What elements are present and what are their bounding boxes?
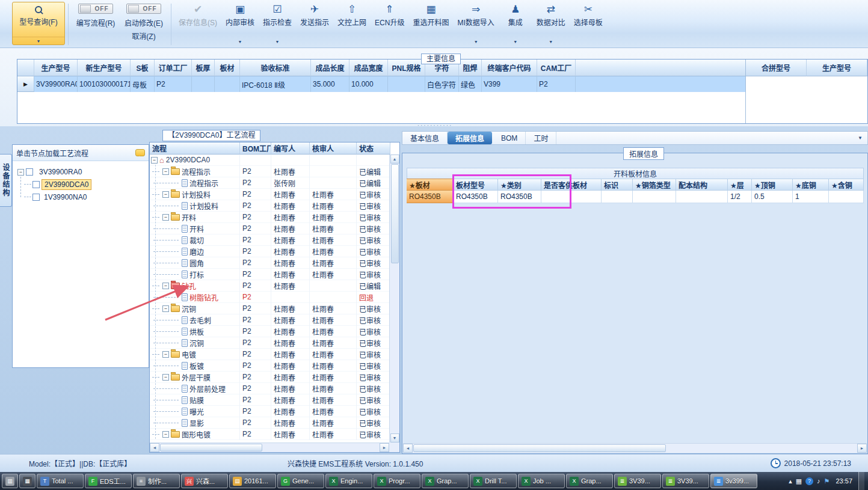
column-header-编写人[interactable]: 编写人	[271, 142, 310, 155]
cell-板材型号[interactable]: RO4350B	[454, 191, 498, 203]
column-header-★铜箔类型[interactable]: ★铜箔类型	[633, 179, 676, 191]
dropdown-arrow-icon[interactable]: ▼	[549, 40, 553, 44]
process-row-贴膜[interactable]: 贴膜P2杜雨春杜雨春已审核	[150, 394, 389, 406]
process-row-沉铜[interactable]: −沉铜P2杜雨春杜雨春已审核	[150, 303, 389, 314]
show-desktop-button[interactable]	[858, 472, 864, 490]
cell-是否客供板材[interactable]	[541, 191, 602, 203]
taskbar-button[interactable]: ▥	[2, 474, 18, 488]
process-row-钻孔[interactable]: −钻孔P2杜雨春已编辑	[150, 280, 389, 292]
cell-★顶铜[interactable]: 0.5	[752, 191, 793, 203]
taskbar-clock[interactable]: 23:57	[836, 477, 852, 485]
ribbon-button-MI数据导入[interactable]: ⇒MI数据导入▼	[453, 1, 498, 46]
column-header-PNL规格[interactable]: PNL规格	[388, 60, 425, 76]
expander-icon[interactable]: −	[162, 305, 169, 312]
process-row-烘板[interactable]: 烘板P2杜雨春杜雨春已审核	[150, 326, 389, 337]
process-row-裁切[interactable]: 裁切P2杜雨春杜雨春已审核	[150, 234, 389, 246]
ribbon-button-数据对比[interactable]: ⇄数据对比▼	[532, 1, 570, 46]
horizontal-scrollbar[interactable]: ◄ ►	[403, 443, 867, 453]
expander-icon[interactable]: −	[162, 351, 169, 358]
taskbar-button-DrillT[interactable]: XDrill T...	[470, 474, 517, 488]
column-header-核审人[interactable]: 核审人	[310, 142, 357, 155]
query-dropdown-arrow-icon[interactable]: ▼	[13, 37, 64, 44]
column-header-订单工厂[interactable]: 订单工厂	[155, 60, 192, 76]
column-header-新生产型号[interactable]: 新生产型号	[78, 60, 131, 76]
process-row-外层前处理[interactable]: 外层前处理P2杜雨春杜雨春已审核	[150, 383, 389, 394]
row-selector[interactable]: ▶	[17, 76, 34, 92]
cancel-button[interactable]: 取消(Z)	[132, 31, 155, 41]
dropdown-arrow-icon[interactable]: ▼	[275, 40, 280, 44]
checkbox-icon[interactable]	[32, 194, 40, 201]
scroll-right-button[interactable]: ►	[380, 443, 389, 452]
process-root-row[interactable]: −⌂2V3990DCA0	[150, 155, 389, 166]
expander-icon[interactable]: −	[17, 169, 24, 176]
cell-★类别[interactable]: RO4350B	[498, 191, 541, 203]
write-flow-toggle[interactable]: OFF	[78, 4, 113, 14]
column-header-验收标准[interactable]: 验收标准	[240, 60, 311, 76]
network-icon[interactable]: ⚑	[824, 477, 830, 485]
cell-★含铜[interactable]	[829, 191, 864, 203]
vertical-scrollbar[interactable]: ▲ ▼	[389, 155, 399, 443]
process-row-树脂钻孔[interactable]: 树脂钻孔P2回退	[150, 292, 389, 303]
ribbon-button-发送指示[interactable]: ✈发送指示	[296, 1, 333, 46]
expander-icon[interactable]: −	[162, 214, 169, 221]
process-row-板镀[interactable]: 板镀P2杜雨春杜雨春已审核	[150, 360, 389, 372]
scroll-left-button[interactable]: ◄	[403, 444, 413, 453]
process-row-去毛刺[interactable]: 去毛刺P2杜雨春杜雨春已审核	[150, 314, 389, 326]
taskbar-button-Gene[interactable]: GGene...	[277, 474, 324, 488]
column-header-★顶铜[interactable]: ★顶铜	[752, 179, 793, 191]
taskbar-button-3V39[interactable]: ≣3V39...	[614, 474, 661, 488]
process-row-开料[interactable]: −开料P2杜雨春杜雨春已审核	[150, 212, 389, 223]
taskbar-button-20161[interactable]: ▤20161...	[229, 474, 276, 488]
taskbar-button-制作[interactable]: ≡制作...	[133, 474, 180, 488]
device-structure-tab[interactable]: 设备结构	[0, 154, 12, 207]
expander-icon[interactable]: −	[162, 374, 169, 381]
cell-S板[interactable]: 母板	[131, 76, 155, 92]
ribbon-button-文控上网[interactable]: ⇧文控上网	[333, 1, 371, 46]
column-header-S板[interactable]: S板	[131, 60, 155, 76]
scrollbar-thumb[interactable]	[391, 164, 399, 263]
taskbar-button-Grap[interactable]: XGrap...	[566, 474, 613, 488]
dropdown-arrow-icon[interactable]: ▼	[238, 40, 242, 44]
tree-item-1V39900NA0[interactable]: 1V39900NA0	[15, 191, 146, 203]
scroll-down-button[interactable]: ▼	[390, 433, 399, 443]
extend-table-row[interactable]: RO4350BRO4350BRO4350B1/20.51	[407, 191, 864, 203]
cell-★铜箔类型[interactable]	[633, 191, 676, 203]
expander-icon[interactable]: −	[162, 191, 169, 198]
process-row-电镀[interactable]: −电镀P2杜雨春杜雨春已审核	[150, 349, 389, 360]
column-header-是否客供板材[interactable]: 是否客供板材	[541, 179, 602, 191]
ribbon-button-选择母板[interactable]: ✂选择母板	[570, 1, 607, 46]
process-row-打标[interactable]: 打标P2杜雨春杜雨春已审核	[150, 269, 389, 280]
process-row-磨边[interactable]: 磨边P2杜雨春杜雨春已审核	[150, 246, 389, 257]
column-header-板厚[interactable]: 板厚	[192, 60, 215, 76]
tab-工时[interactable]: 工时	[526, 132, 556, 144]
process-row-图形电镀[interactable]: −图形电镀P2杜雨春杜雨春已审核	[150, 429, 389, 440]
dropdown-arrow-icon[interactable]: ▼	[513, 40, 517, 44]
scroll-right-button[interactable]: ►	[857, 444, 867, 453]
column-header-★层[interactable]: ★层	[728, 179, 752, 191]
cell-阻焊[interactable]: 绿色	[459, 76, 482, 92]
expander-icon[interactable]: −	[162, 168, 169, 175]
volume-icon[interactable]: ♪	[817, 477, 820, 485]
cell-★底铜[interactable]: 1	[793, 191, 829, 203]
tree-item-2V3990DCA0[interactable]: 2V3990DCA0	[15, 178, 146, 191]
taskbar-button-Progr[interactable]: XProgr...	[374, 474, 420, 488]
column-header-板材[interactable]: 板材	[215, 60, 240, 76]
process-row-沉铜[interactable]: 沉铜P2杜雨春杜雨春已审核	[150, 337, 389, 349]
ribbon-button-内部审核[interactable]: ▣内部审核▼	[221, 1, 259, 46]
process-row-开料[interactable]: 开料P2杜雨春杜雨春已审核	[150, 223, 389, 234]
cell-★板材[interactable]: RO4350B	[407, 191, 454, 203]
cell-验收标准[interactable]: IPC-6018 Ⅱ级	[240, 76, 311, 92]
process-row-显影[interactable]: 显影P2杜雨春杜雨春已审核	[150, 417, 389, 429]
hidden-icons-arrow[interactable]: ▴	[789, 477, 792, 485]
column-header-★底铜[interactable]: ★底铜	[793, 179, 829, 191]
tab-拓展信息[interactable]: 拓展信息	[448, 132, 492, 144]
column-header-状态[interactable]: 状态	[357, 142, 390, 155]
column-header-BOM工厂[interactable]: BOM工厂	[240, 142, 271, 155]
column-header-流程[interactable]: 流程	[150, 142, 240, 155]
cell-CAM工厂[interactable]: P2	[537, 76, 576, 92]
column-header-配本结构[interactable]: 配本结构	[676, 179, 728, 191]
checkbox-icon[interactable]	[32, 181, 40, 188]
column-header-成品长度[interactable]: 成品长度	[311, 60, 349, 76]
cell-PNL规格[interactable]	[388, 76, 425, 92]
cell-字符[interactable]: 白色字符	[425, 76, 459, 92]
